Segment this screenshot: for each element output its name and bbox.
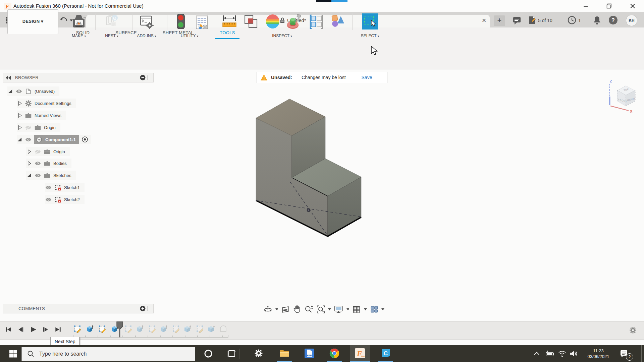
- zoom-icon[interactable]: [304, 305, 313, 314]
- visibility-eye-icon[interactable]: [34, 172, 41, 179]
- minimize-panel-icon[interactable]: [140, 75, 146, 80]
- tree-label[interactable]: Named Views: [35, 113, 61, 118]
- simulation-traffic-light-icon[interactable]: [176, 13, 186, 30]
- notifications-bell-icon[interactable]: [593, 15, 601, 25]
- group-label-make[interactable]: MAKE ▾: [72, 34, 86, 38]
- tree-label[interactable]: Component1:1: [45, 137, 76, 142]
- tree-item-component1[interactable]: Component1:1: [17, 135, 91, 144]
- clock-icon[interactable]: [568, 16, 576, 24]
- model-l-bracket[interactable]: [235, 94, 376, 241]
- browser-panel-header[interactable]: BROWSER: [3, 73, 154, 82]
- tree-label[interactable]: Sketches: [53, 173, 71, 178]
- expand-open-icon[interactable]: [17, 137, 22, 142]
- tree-item-bodies[interactable]: Bodies: [26, 159, 71, 168]
- collapse-panel-icon[interactable]: [6, 76, 11, 80]
- new-tab-button[interactable]: +: [494, 15, 505, 26]
- expand-closed-icon[interactable]: [17, 113, 22, 118]
- timeline-feature-future-sketch[interactable]: [148, 324, 157, 333]
- tree-item-origin-child[interactable]: Origin: [26, 147, 70, 156]
- taskbar-search-box[interactable]: Type here to search: [21, 347, 195, 361]
- minimize-button[interactable]: [582, 3, 589, 9]
- tab-close-icon[interactable]: ✕: [482, 17, 486, 24]
- tree-label[interactable]: Bodies: [53, 161, 67, 166]
- timeline-step-back-button[interactable]: [17, 326, 24, 333]
- grid-icon[interactable]: [352, 305, 361, 314]
- help-icon[interactable]: ?: [608, 15, 618, 25]
- tray-volume-icon[interactable]: [569, 350, 578, 358]
- tree-item-origin[interactable]: Origin: [17, 123, 60, 132]
- expand-closed-icon[interactable]: [17, 101, 22, 106]
- tree-label[interactable]: Origin: [44, 125, 56, 130]
- orbit-caret-icon[interactable]: [275, 308, 278, 310]
- visibility-eye-off-icon[interactable]: [34, 148, 41, 155]
- timeline-go-to-start-button[interactable]: [5, 326, 12, 333]
- job-status-icon[interactable]: [527, 15, 537, 25]
- tree-label[interactable]: Document Settings: [35, 101, 71, 106]
- taskbar-cura-button[interactable]: C: [376, 345, 396, 361]
- timeline-feature-extrude1[interactable]: [86, 324, 94, 333]
- timeline-feature-sketch2[interactable]: [98, 324, 107, 333]
- group-label-nest[interactable]: NEST ▾: [105, 34, 118, 38]
- taskbar-fusion360-button[interactable]: F360: [350, 345, 370, 361]
- timeline-settings-gear-icon[interactable]: [629, 326, 637, 334]
- fit-zoom-caret-icon[interactable]: [328, 308, 331, 310]
- orbit-icon[interactable]: [264, 305, 272, 314]
- timeline-feature-future-extrude[interactable]: [159, 324, 168, 333]
- visibility-eye-icon[interactable]: [45, 184, 52, 191]
- timeline-feature-future-sketch[interactable]: [124, 324, 133, 333]
- panel-grip[interactable]: [148, 306, 151, 311]
- comments-icon[interactable]: [513, 16, 521, 25]
- design-workspace-dropdown[interactable]: DESIGN ▾: [7, 9, 58, 34]
- user-avatar[interactable]: KH: [626, 15, 637, 26]
- timeline-go-to-end-button[interactable]: [54, 326, 62, 333]
- ribbon-tab-surface[interactable]: SURFACE: [115, 30, 137, 35]
- curvature-analysis-icon[interactable]: [265, 13, 280, 29]
- tree-item-named-views[interactable]: Named Views: [17, 111, 66, 120]
- tree-item-sketch1[interactable]: Sketch1: [45, 183, 85, 192]
- group-label-select[interactable]: SELECT ▾: [361, 34, 379, 38]
- group-label-utility[interactable]: UTILITY ▾: [181, 34, 198, 38]
- tree-item-sketches[interactable]: Sketches: [26, 171, 76, 180]
- visibility-eye-icon[interactable]: [45, 196, 52, 203]
- visibility-eye-icon[interactable]: [15, 88, 22, 95]
- visibility-eye-icon[interactable]: [25, 136, 32, 143]
- expand-closed-icon[interactable]: [26, 161, 32, 166]
- timeline-feature-future-sketch[interactable]: [172, 324, 180, 333]
- timeline-feature-future-form[interactable]: [219, 324, 227, 333]
- select-tool-icon[interactable]: [362, 13, 378, 29]
- pan-hand-icon[interactable]: [293, 305, 302, 314]
- interference-icon[interactable]: [243, 13, 259, 30]
- timeline-step-forward-button[interactable]: [42, 326, 49, 333]
- addins-scripts-icon[interactable]: [139, 13, 154, 30]
- tree-label[interactable]: (Unsaved): [35, 89, 55, 94]
- ribbon-tab-tools[interactable]: TOOLS: [220, 30, 235, 35]
- timeline-feature-future-extrude[interactable]: [207, 324, 216, 333]
- activate-component-radio[interactable]: [82, 136, 88, 143]
- timeline-feature-sketch1[interactable]: [73, 324, 82, 333]
- tray-wifi-icon[interactable]: [558, 349, 567, 358]
- tree-label[interactable]: Sketch2: [64, 197, 80, 202]
- taskbar-settings-button[interactable]: [249, 345, 269, 361]
- group-label-addins[interactable]: ADD-INS ▾: [137, 34, 156, 38]
- grid-caret-icon[interactable]: [364, 308, 367, 310]
- display-settings-icon[interactable]: [334, 305, 343, 314]
- tree-item-document-settings[interactable]: Document Settings: [17, 99, 76, 108]
- cortana-icon[interactable]: [204, 349, 213, 358]
- change-parameters-icon[interactable]: [195, 13, 209, 30]
- tray-battery-icon[interactable]: [545, 350, 555, 357]
- taskbar-chrome-button[interactable]: [324, 345, 344, 361]
- taskbar-winrar-button[interactable]: RAR: [299, 345, 319, 361]
- panel-grip[interactable]: [148, 75, 151, 80]
- visibility-eye-off-icon[interactable]: [25, 124, 32, 131]
- restore-button[interactable]: [606, 3, 612, 9]
- tree-label[interactable]: Sketch1: [64, 185, 80, 190]
- start-button-icon[interactable]: [9, 349, 17, 358]
- undo-icon[interactable]: [59, 16, 68, 24]
- display-component-colors-icon[interactable]: [309, 13, 324, 30]
- tree-label[interactable]: Origin: [53, 149, 65, 154]
- task-view-icon[interactable]: [227, 349, 236, 358]
- fit-zoom-icon[interactable]: [317, 305, 325, 314]
- save-link[interactable]: Save: [362, 75, 372, 80]
- visibility-eye-icon[interactable]: [34, 160, 41, 167]
- timeline-feature-future-extrude[interactable]: [183, 324, 192, 333]
